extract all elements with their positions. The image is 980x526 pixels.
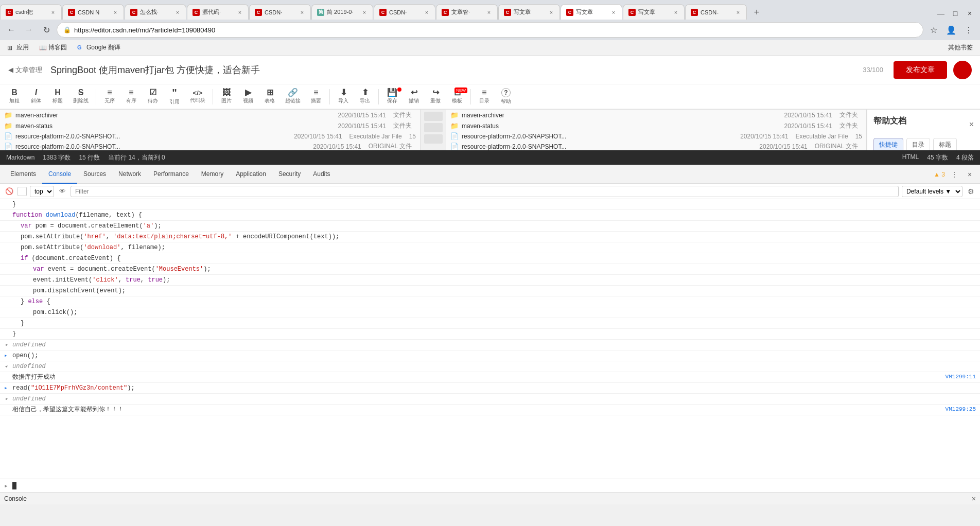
bookmark-blog[interactable]: 📖 博客园 [36, 42, 70, 53]
tab-network[interactable]: Network [112, 165, 147, 184]
file-item-left-3[interactable]: 📄 resource-platform-2.0.0-SNAPSHOT... 20… [0, 141, 420, 150]
file-item-left-0[interactable]: 📁 maven-archiver 2020/10/15 15:41 文件夹 [0, 110, 420, 120]
heading-button[interactable]: H 标题 [47, 86, 68, 107]
tab-close-8[interactable]: × [485, 8, 493, 16]
tab-7[interactable]: C CSDN· × [374, 4, 435, 20]
forward-button[interactable]: → [22, 23, 36, 37]
tab-close-12[interactable]: × [734, 8, 742, 16]
help-tab-toc[interactable]: 目录 [906, 138, 930, 150]
tab-6[interactable]: 简 简 2019-0· × [311, 4, 373, 20]
console-settings-btn[interactable]: ⚙ [966, 186, 976, 197]
save-button[interactable]: 💾 保存 [382, 86, 402, 107]
devtools-more-button[interactable]: ⋮ [948, 168, 960, 181]
help-tab-heading[interactable]: 标题 [933, 138, 957, 150]
vmlink-1[interactable]: VM1299:11 [935, 373, 976, 381]
other-bookmarks[interactable]: 其他书签 [945, 42, 976, 53]
code-button[interactable]: </> 代码块 [186, 87, 209, 106]
sidebar-thumb-3[interactable] [424, 134, 443, 144]
tab-console[interactable]: Console [42, 165, 77, 184]
tab-9[interactable]: C 写文章 × [498, 4, 560, 20]
tab-sources[interactable]: Sources [77, 165, 112, 184]
devtools-close-button[interactable]: × [964, 168, 976, 181]
tab-close-4[interactable]: × [236, 8, 244, 16]
tab-12[interactable]: C CSDN- × [685, 4, 747, 20]
new-tab-button[interactable]: + [749, 5, 764, 20]
tab-close-10[interactable]: × [609, 8, 618, 16]
tab-close-5[interactable]: × [298, 8, 306, 16]
help-tab-shortcuts[interactable]: 快捷键 [873, 138, 903, 150]
avatar[interactable] [953, 61, 972, 79]
redo-button[interactable]: ↪ 重做 [425, 86, 446, 107]
tab-close-7[interactable]: × [423, 8, 431, 16]
tab-5[interactable]: C CSDN· × [249, 4, 311, 20]
maximize-button[interactable]: □ [949, 7, 961, 20]
tab-close-6[interactable]: × [360, 8, 369, 16]
tab-close-1[interactable]: × [49, 8, 57, 16]
tab-11[interactable]: C 写文章 × [623, 4, 685, 20]
settings-button[interactable]: ⋮ [961, 23, 976, 37]
close-button[interactable]: × [964, 7, 976, 20]
task-button[interactable]: ☑ 待办 [143, 86, 163, 107]
eye-button[interactable]: 👁 [57, 186, 67, 197]
console-context-select[interactable]: top [30, 186, 54, 197]
sidebar-thumb-2[interactable] [424, 123, 443, 132]
tab-4[interactable]: C 源代码· × [187, 4, 249, 20]
video-button[interactable]: ▶ 视频 [238, 86, 258, 107]
tab-performance[interactable]: Performance [147, 165, 195, 184]
console-status-close[interactable]: × [972, 495, 976, 503]
tab-1[interactable]: C csdn把 × [0, 4, 62, 20]
clear-console-button[interactable]: 🚫 [4, 186, 14, 197]
file-item-right-3[interactable]: 📄 resource-platform-2.0.0-SNAPSHOT... 20… [446, 141, 866, 150]
tab-memory[interactable]: Memory [195, 165, 230, 184]
tab-8[interactable]: C 文章管· × [436, 4, 498, 20]
reload-button[interactable]: ↻ [39, 23, 54, 37]
toc-button[interactable]: ≡ 目录 [474, 86, 495, 107]
console-input-area[interactable] [12, 482, 976, 489]
tab-elements[interactable]: Elements [4, 165, 42, 184]
tab-2[interactable]: C CSDN N × [62, 4, 124, 20]
file-item-left-2[interactable]: 📄 resource-platform-2.0.0-SNAPSHOT... 20… [0, 131, 420, 141]
bold-button[interactable]: B 加粗 [4, 86, 25, 107]
file-item-right-2[interactable]: 📄 resource-platform-2.0.0-SNAPSHOT... 20… [446, 131, 866, 141]
tab-close-3[interactable]: × [173, 8, 182, 16]
export-button[interactable]: ⬆ 导出 [355, 86, 375, 107]
tab-close-9[interactable]: × [547, 8, 555, 16]
back-to-articles[interactable]: ◀ 文章管理 [8, 65, 42, 75]
url-input[interactable]: 🔒 https://editor.csdn.net/md/?articleId=… [57, 22, 923, 38]
tab-security[interactable]: Security [272, 165, 307, 184]
console-filter-input[interactable] [71, 186, 899, 197]
tab-application[interactable]: Application [230, 165, 272, 184]
console-level-select[interactable]: Default levels ▼ [902, 186, 962, 197]
template-button[interactable]: ⊡ NEW 模板 [447, 86, 467, 107]
back-button[interactable]: ← [4, 23, 19, 37]
tab-3[interactable]: C 怎么找· × [125, 4, 186, 20]
file-item-right-0[interactable]: 📁 maven-archiver 2020/10/15 15:41 文件夹 [446, 110, 866, 120]
account-button[interactable]: 👤 [944, 23, 958, 37]
italic-button[interactable]: I 斜体 [26, 86, 46, 107]
file-item-right-1[interactable]: 📁 maven-status 2020/10/15 15:41 文件夹 [446, 120, 866, 131]
bookmark-apps[interactable]: ⊞ 应用 [4, 42, 32, 53]
bookmark-translate[interactable]: G Google 翻译 [74, 42, 124, 53]
unordered-button[interactable]: ≡ 无序 [99, 86, 120, 107]
article-title-input[interactable] [50, 64, 863, 75]
ordered-button[interactable]: ≡ 有序 [121, 86, 142, 107]
import-button[interactable]: ⬇ 导入 [333, 86, 354, 107]
tab-audits[interactable]: Audits [307, 165, 336, 184]
vmlink-2[interactable]: VM1299:25 [935, 405, 976, 414]
tab-close-2[interactable]: × [111, 8, 119, 16]
file-item-left-1[interactable]: 📁 maven-status 2020/10/15 15:41 文件夹 [0, 120, 420, 131]
preserve-log-button[interactable] [18, 187, 27, 196]
link-button[interactable]: 🔗 超链接 [281, 86, 305, 107]
minimize-button[interactable]: — [935, 7, 947, 20]
help-button[interactable]: ? 帮助 [496, 86, 516, 107]
strikethrough-button[interactable]: S 删除线 [69, 86, 93, 107]
help-close-button[interactable]: × [969, 120, 974, 129]
undo-button[interactable]: ↩ 撤销 [404, 86, 424, 107]
quote-button[interactable]: " 引用 [164, 85, 185, 108]
table-button[interactable]: ⊞ 表格 [259, 86, 280, 107]
image-button[interactable]: 🖼 图片 [216, 86, 237, 107]
sidebar-thumb-1[interactable] [424, 112, 443, 121]
bookmark-star-button[interactable]: ☆ [926, 23, 941, 37]
publish-button[interactable]: 发布文章 [894, 61, 947, 79]
tab-10[interactable]: C 写文章 × [561, 4, 622, 20]
